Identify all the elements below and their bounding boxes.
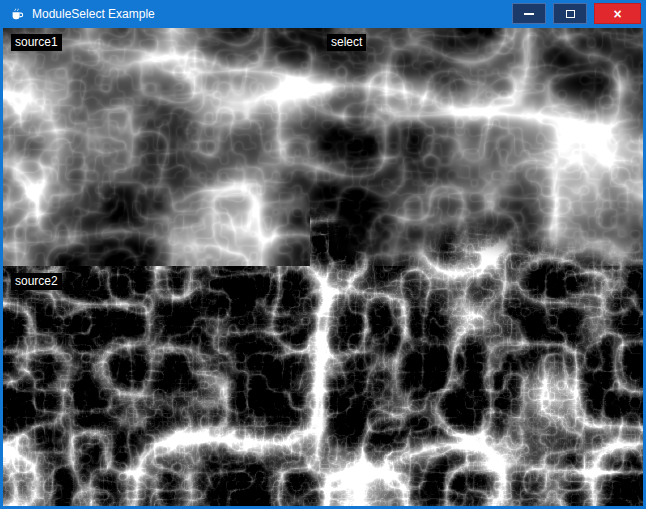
label-source1: source1 [11, 34, 62, 51]
maximize-button[interactable] [553, 3, 587, 24]
label-select: select [327, 34, 366, 51]
source1-noise-canvas [3, 28, 310, 267]
window-title: ModuleSelect Example [32, 7, 155, 21]
render-area: source1 select source2 [3, 28, 643, 506]
minimize-icon [524, 13, 534, 15]
titlebar[interactable]: ModuleSelect Example × [0, 0, 646, 28]
label-source2: source2 [11, 273, 62, 290]
close-button[interactable]: × [594, 3, 641, 24]
app-window: ModuleSelect Example × source1 select so… [0, 0, 646, 509]
minimize-button[interactable] [512, 3, 546, 24]
source2-noise-canvas [3, 266, 643, 506]
java-app-icon [9, 6, 25, 22]
maximize-icon [566, 10, 575, 18]
window-controls: × [512, 3, 641, 24]
